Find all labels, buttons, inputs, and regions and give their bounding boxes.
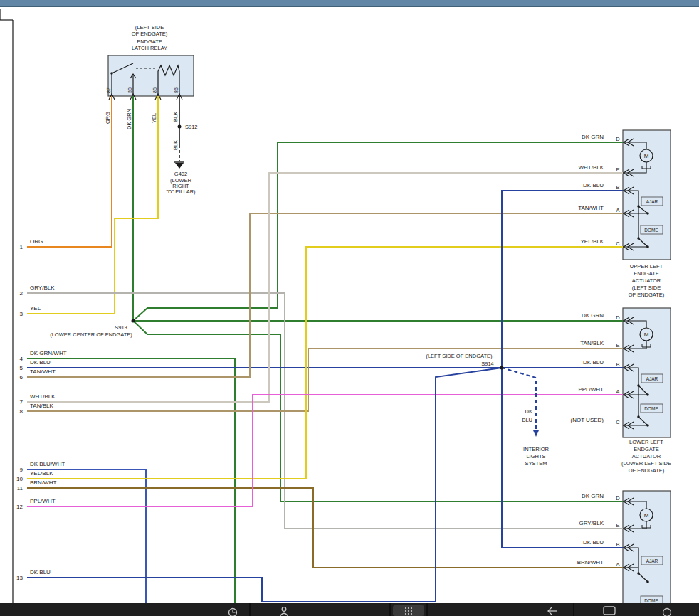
upper-pin-a: A — [616, 207, 619, 213]
row-6-label: TAN/WHT — [30, 368, 56, 375]
switch-dot — [646, 212, 649, 215]
bottom-pin-e: E — [616, 522, 619, 529]
switch-dot — [646, 245, 649, 248]
chat-icon[interactable] — [604, 607, 615, 615]
row-10-label: YEL/BLK — [30, 470, 53, 477]
upper-pin-c-color: YEL/BLK — [581, 238, 604, 245]
switch-dot — [637, 205, 640, 208]
upper-pin-a-color: TAN/WHT — [578, 205, 604, 211]
splice-s912-dot — [178, 125, 182, 129]
row-3-label: YEL — [30, 305, 41, 312]
grid-dot[interactable] — [408, 613, 409, 615]
relay-pin-30: 30 — [127, 87, 132, 93]
relay-pivot-dot — [110, 72, 113, 75]
upper-pin-b: B — [616, 184, 619, 191]
row-5-label: DK BLU — [30, 359, 51, 366]
row-8-num: 8 — [20, 408, 23, 415]
switch-dot — [637, 415, 640, 418]
relay-pin-85: 85 — [152, 87, 157, 93]
row-13-num: 13 — [16, 575, 23, 581]
upper-caption-2: ENDGATE — [634, 270, 659, 277]
wire-label-blk: BLK — [172, 112, 179, 122]
clock-icon[interactable] — [229, 609, 237, 616]
wire-label-blk-2: BLK — [172, 140, 179, 150]
splice-s913-location: (LOWER CENTER OF ENDGATE) — [50, 331, 132, 338]
splice-s912-label: S912 — [185, 124, 198, 130]
upper-caption-3: ACTUATOR — [632, 277, 661, 284]
middle-pin-a-color: PPL/WHT — [578, 386, 604, 393]
switch-dot — [637, 384, 640, 387]
splice-s914-label: S914 — [481, 361, 494, 367]
clock-hands[interactable] — [233, 610, 236, 612]
relay-location-2: OF ENDGATE) — [132, 31, 168, 37]
middle-caption-5: OF ENDGATE) — [629, 467, 665, 474]
switch-dot — [637, 237, 640, 240]
upper-ajar-label: AJAR — [646, 199, 658, 204]
dk-grn-upper-actuator-wire — [133, 142, 623, 321]
middle-pin-c: C — [616, 419, 620, 425]
middle-pin-b: B — [616, 361, 619, 368]
upper-pin-e-color: WHT/BLK — [578, 164, 604, 171]
app-grid-icon[interactable] — [393, 605, 424, 616]
history-icon[interactable] — [663, 609, 671, 616]
middle-caption-4: (LOWER LEFT SIDE — [621, 460, 671, 467]
bottom-ajar-label: AJAR — [646, 558, 658, 563]
bottom-pin-a: A — [616, 561, 619, 568]
wire-label-org: ORG — [105, 112, 111, 124]
interior-lights-3: SYSTEM — [525, 460, 547, 467]
bottom-motor-m: M — [644, 512, 649, 519]
grid-dot[interactable] — [405, 607, 406, 609]
row-12-num: 12 — [16, 504, 23, 510]
bottom-pin-a-color: BRN/WHT — [577, 559, 604, 565]
middle-motor-m: M — [644, 331, 649, 338]
user-shoulders[interactable] — [280, 613, 288, 616]
upper-caption-5: OF ENDGATE) — [629, 292, 665, 298]
user-icon[interactable] — [280, 607, 288, 616]
upper-caption-4: (LEFT SIDE — [632, 285, 661, 291]
bottom-pin-d-color: DK GRN — [582, 493, 604, 499]
interior-wire-label-2: BLU — [522, 417, 532, 423]
upper-pin-e: E — [616, 166, 619, 173]
row-1-num: 1 — [20, 244, 23, 250]
row-3-num: 3 — [20, 311, 23, 317]
endgate-latch-relay-box — [108, 55, 194, 96]
middle-pin-a: A — [616, 388, 619, 395]
wire-label-yel: YEL — [151, 113, 157, 123]
middle-pin-e-color: TAN/BLK — [580, 340, 604, 346]
ground-g402: G402 — [174, 171, 187, 177]
grid-dot[interactable] — [405, 613, 406, 615]
interior-lights-2: LIGHTS — [526, 453, 545, 460]
grid-dot[interactable] — [411, 613, 412, 615]
relay-pin-87: 87 — [106, 87, 111, 93]
grid-dot[interactable] — [411, 607, 412, 609]
row-7-num: 7 — [20, 399, 23, 405]
dk-blu-13-wire — [27, 368, 502, 602]
history-icon[interactable] — [663, 609, 671, 616]
bottom-dome-label: DOME — [644, 598, 658, 603]
splice-s914-dot — [500, 366, 504, 370]
row-2-label: GRY/BLK — [30, 285, 55, 291]
splice-s913-dot — [132, 319, 135, 323]
grid-dot[interactable] — [411, 610, 412, 612]
yel-blk-wire — [27, 247, 623, 479]
switch-dot — [637, 572, 640, 575]
row-11-num: 11 — [17, 485, 23, 492]
middle-ajar-label: AJAR — [646, 376, 658, 381]
ground-symbol-triangle — [175, 163, 184, 169]
upper-caption-1: UPPER LEFT — [630, 263, 663, 270]
user-head[interactable] — [282, 607, 286, 612]
row-5-num: 5 — [20, 365, 23, 371]
upper-pin-b-color: DK BLU — [583, 182, 604, 188]
row-12-label: PPL/WHT — [30, 498, 56, 504]
grid-dot[interactable] — [405, 610, 406, 612]
relay-name-2: LATCH RELAY — [132, 45, 167, 51]
middle-pin-d-color: DK GRN — [582, 312, 604, 319]
chat-bubble[interactable] — [604, 607, 615, 615]
upper-motor-m: M — [644, 153, 649, 159]
grid-dot[interactable] — [408, 610, 409, 612]
back-arrow-icon[interactable] — [548, 607, 557, 615]
taskbar-icons — [0, 603, 699, 616]
dk-blu-s914-upper — [502, 191, 623, 368]
grid-dot[interactable] — [408, 607, 409, 609]
row-6-num: 6 — [20, 374, 23, 381]
